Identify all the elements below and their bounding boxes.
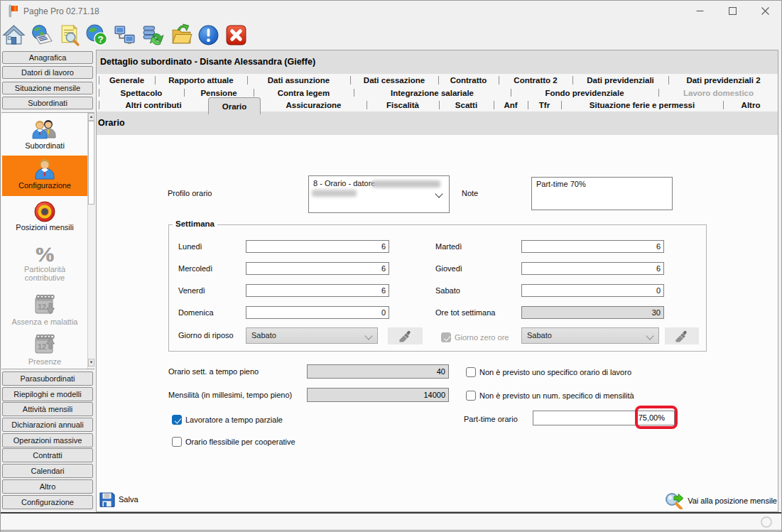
tab[interactable]: Generale [99,74,155,87]
note-textbox[interactable]: Part-time 70% [531,177,673,210]
info-icon[interactable] [197,23,220,47]
tab[interactable]: Contratto 2 [499,74,572,87]
sidebar-button-configurazione[interactable]: Configurazione [2,495,93,509]
sidebar-button-dichiarazioni-annuali[interactable]: Dichiarazioni annuali [2,418,93,432]
document-search-icon[interactable] [58,23,81,47]
giorno-zero-ore-checkbox[interactable] [441,332,451,342]
no-mensilita-checkbox[interactable] [466,391,476,401]
no-orario-checkbox[interactable] [466,367,476,377]
brush-icon [675,330,689,342]
clear-giorno-zero-button[interactable] [665,327,699,344]
sidebar-item-subordinati[interactable]: Subordinati [2,119,87,150]
tab[interactable]: Dati previdenziali 2 [668,74,778,87]
tab[interactable]: Fiscalità [366,99,439,112]
sidebar-item-particolarita-contributive[interactable]: % Particolarità contributive [2,242,87,282]
scrollbar-thumb[interactable] [88,121,94,205]
sidebar-button-calendari[interactable]: Calendari [2,464,93,478]
day-input[interactable]: 6 [521,262,664,275]
day-label: Venerdì [178,284,246,297]
day-input[interactable]: 6 [246,284,389,297]
orario-sett-value: 40 [308,365,448,378]
tab[interactable]: Fondo previdenziale [511,87,658,99]
sidebar-button-subordinati[interactable]: Subordinati [2,97,93,109]
sidebar-scrollbar[interactable]: ▲ ▼ [87,113,94,369]
sidebar-button-operazioni-massive[interactable]: Operazioni massive [2,433,93,447]
detail-title: Dettaglio subordinato - Disante Alessand… [100,50,315,74]
tab[interactable]: Dati previdenziali [572,74,668,87]
save-label: Salva [119,495,139,504]
brush-icon [398,330,413,342]
status-indicator-icon [761,516,772,528]
redacted-text [312,190,357,197]
tab[interactable]: Altri contributi [99,99,208,112]
tab[interactable]: Scatti [439,99,494,112]
sidebar-item-label: Presenze [2,357,87,366]
profilo-orario-combobox[interactable]: 8 - Orario - datore [308,175,450,213]
sidebar-button-situazione-mensile[interactable]: Situazione mensile [2,82,93,94]
tab[interactable]: Tfr [528,99,561,112]
tab[interactable]: Contratto [438,74,499,87]
sidebar-item-posizioni-mensili[interactable]: Posizioni mensili [2,200,87,232]
mensilita-input: 14000 [307,388,449,402]
magnifier-arrow-icon [665,492,684,509]
day-input[interactable]: 6 [246,262,389,275]
tab[interactable]: Dati assunzione [247,74,350,87]
day-label: Mercoledì [178,262,246,275]
tab[interactable]: Contra legem [254,87,354,99]
parttime-orario-input[interactable]: 75,00% [533,411,675,425]
day-input[interactable]: 0 [521,284,664,297]
no-mensilita-label: Non è previsto un num. specifico di mens… [479,391,634,400]
day-row: Sabato 0 [435,284,664,297]
sidebar-button-altro[interactable]: Altro [2,479,93,494]
tab[interactable]: Integrazione salariale [354,87,511,99]
giorno-zero-combobox[interactable]: Sabato [521,327,659,344]
toolbar: ? [0,23,782,48]
tab[interactable]: Situazione ferie e permessi [561,99,723,112]
close-button[interactable] [749,0,781,22]
sidebar-item-assenza-e-malattia[interactable]: 12 Assenza e malattia [2,292,87,326]
goto-monthly-button[interactable]: Vai alla posizione mensile [665,492,777,509]
sidebar-button-attivita-mensili[interactable]: Attività mensili [2,402,93,416]
clear-giorno-riposo-button[interactable] [388,327,423,344]
scrollbar-up-arrow[interactable]: ▲ [88,113,94,121]
sidebar-button-riepiloghi-e-modelli[interactable]: Riepiloghi e modelli [2,387,93,401]
sidebar-button-contratti[interactable]: Contratti [2,448,93,462]
tab[interactable]: Altro [723,99,778,112]
maximize-button[interactable] [716,0,749,22]
tab[interactable]: Anf [494,99,528,112]
folder-sync-icon[interactable] [169,23,192,47]
tab[interactable]: Dati cessazione [350,74,438,87]
giorno-riposo-combobox[interactable]: Sabato [246,327,378,344]
database-sync-icon[interactable] [141,23,164,47]
day-input[interactable]: 0 [246,306,389,319]
day-input[interactable]: 6 [521,240,664,253]
day-input[interactable]: 6 [246,240,389,253]
tab[interactable]: Lavoro domestico [658,87,778,99]
sidebar-button-parasubordinati[interactable]: Parasubordinati [2,371,93,386]
day-input[interactable]: 30 [521,306,664,319]
network-icon[interactable] [113,23,136,47]
sidebar-item-configurazione[interactable]: Configurazione [2,158,87,190]
app-window: Paghe Pro 02.71.18 [0,0,782,532]
tab[interactable]: Assicurazione [261,99,366,112]
tempo-parziale-checkbox[interactable] [172,415,182,425]
sidebar-item-presenze[interactable]: 12 Presenze [2,332,87,366]
scrollbar-down-arrow[interactable]: ▼ [88,359,94,367]
flessibile-checkbox[interactable] [172,437,182,447]
tab[interactable]: Spettacolo [99,87,184,99]
sidebar-button-anagrafica[interactable]: Anagrafica [2,51,93,64]
tab[interactable]: Orario [208,97,261,114]
mensilita-value: 14000 [308,389,448,401]
exit-icon[interactable] [224,23,248,47]
home-icon[interactable] [2,23,26,47]
giorno-zero-value: Sabato [527,328,552,343]
minimize-button[interactable] [683,0,716,22]
sidebar-button-datori-di-lavoro[interactable]: Datori di lavoro [2,66,93,79]
save-button[interactable]: Salva [99,492,139,507]
settimana-title: Settimana [173,219,217,228]
svg-text:?: ? [98,34,104,45]
section-header: Orario [97,112,778,135]
help-globe-icon[interactable]: ? [85,23,109,47]
tab[interactable]: Rapporto attuale [155,74,247,87]
news-globe-icon[interactable] [30,23,53,47]
